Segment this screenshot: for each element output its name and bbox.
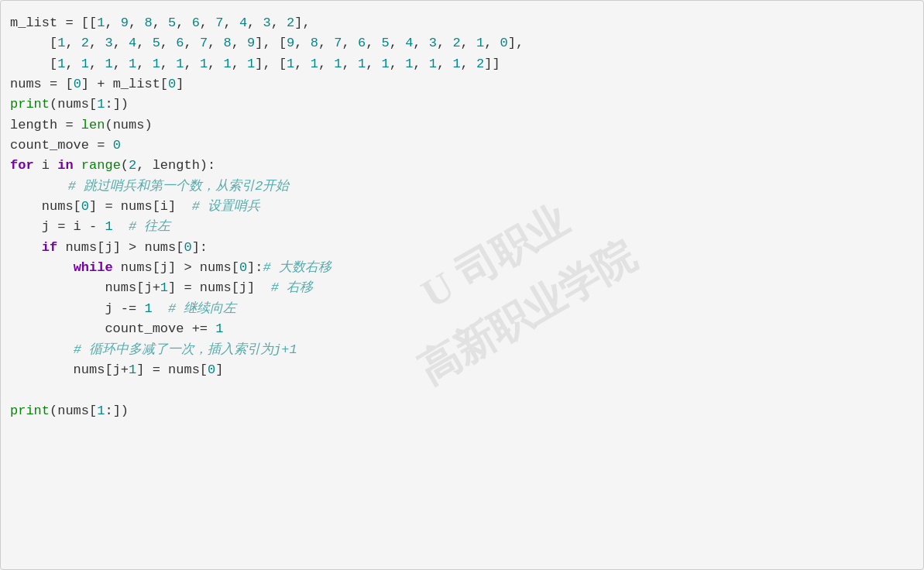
code-container: U 司职业 高新职业学院 m_list = [[1, 9, 8, 5, 6, 7… <box>0 0 924 570</box>
code-line-15: j -= 1 # 继续向左 <box>10 299 914 319</box>
code-line-13: while nums[j] > nums[0]:# 大数右移 <box>10 258 914 278</box>
code-line-19 <box>10 380 914 400</box>
code-line-18: nums[j+1] = nums[0] <box>10 360 914 380</box>
code-block: m_list = [[1, 9, 8, 5, 6, 7, 4, 3, 2], [… <box>10 13 914 421</box>
code-line-14: nums[j+1] = nums[j] # 右移 <box>10 278 914 298</box>
code-line-1: m_list = [[1, 9, 8, 5, 6, 7, 4, 3, 2], <box>10 13 914 33</box>
code-line-9: # 跳过哨兵和第一个数，从索引2开始 <box>10 177 914 197</box>
code-line-4: nums = [0] + m_list[0] <box>10 74 914 94</box>
code-line-7: count_move = 0 <box>10 136 914 156</box>
code-line-16: count_move += 1 <box>10 319 914 339</box>
code-line-20: print(nums[1:]) <box>10 401 914 421</box>
code-line-8: for i in range(2, length): <box>10 156 914 176</box>
code-line-3: [1, 1, 1, 1, 1, 1, 1, 1, 1], [1, 1, 1, 1… <box>10 54 914 74</box>
code-line-11: j = i - 1 # 往左 <box>10 217 914 237</box>
code-line-2: [1, 2, 3, 4, 5, 6, 7, 8, 9], [9, 8, 7, 6… <box>10 33 914 53</box>
code-line-12: if nums[j] > nums[0]: <box>10 238 914 258</box>
code-line-6: length = len(nums) <box>10 115 914 136</box>
code-line-5: print(nums[1:]) <box>10 94 914 115</box>
code-line-17: # 循环中多减了一次，插入索引为j+1 <box>10 340 914 360</box>
code-line-10: nums[0] = nums[i] # 设置哨兵 <box>10 197 914 217</box>
